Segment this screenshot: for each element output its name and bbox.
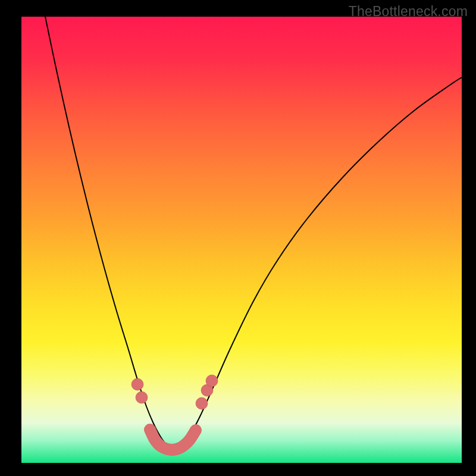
marker-dot <box>136 392 148 403</box>
highlight-markers <box>131 375 218 409</box>
bottleneck-curve <box>45 17 462 449</box>
chart-svg <box>21 17 462 463</box>
marker-dot <box>206 375 218 387</box>
valley-band <box>150 430 196 450</box>
outer-frame: TheBottleneck.com <box>0 0 476 476</box>
marker-dot <box>131 378 143 390</box>
marker-dot <box>196 397 208 409</box>
watermark-text: TheBottleneck.com <box>349 4 468 20</box>
plot-area <box>21 17 462 463</box>
